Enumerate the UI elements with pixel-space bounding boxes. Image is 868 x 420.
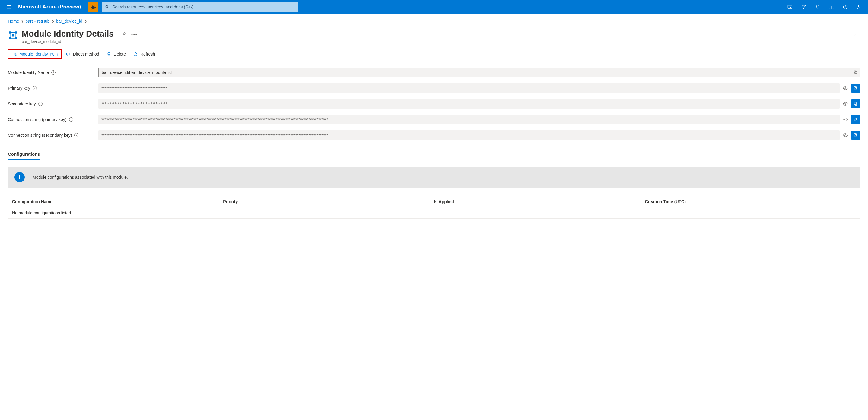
conn-primary-field[interactable]: ****************************************… [98,115,840,124]
search-icon [105,5,109,9]
module-identity-icon [8,30,18,40]
page-title: Module Identity Details [22,29,114,39]
svg-rect-22 [855,134,857,137]
svg-rect-19 [855,119,857,121]
copy-secondary-key-button[interactable] [851,99,860,108]
feedback-bug-button[interactable] [88,2,98,12]
info-icon[interactable]: i [74,133,79,137]
configurations-heading: Configurations [8,151,40,160]
bell-icon [815,4,820,10]
filter-icon [801,4,806,10]
configurations-table: Configuration Name Priority Is Applied C… [8,196,860,219]
info-icon[interactable]: i [69,117,73,122]
copy-icon [853,102,858,106]
col-is-applied[interactable]: Is Applied [434,199,645,204]
svg-point-8 [13,54,14,55]
breadcrumb: Home ❯ barsFirstHub ❯ bar_device_id ❯ [8,19,860,24]
info-icon[interactable]: i [51,71,56,75]
col-config-name[interactable]: Configuration Name [12,199,223,204]
configurations-info-banner: i Module configurations associated with … [8,167,860,188]
chevron-right-icon: ❯ [21,19,24,23]
page-scroll-area[interactable]: Home ❯ barsFirstHub ❯ bar_device_id ❯ Mo… [0,14,868,420]
eye-icon [843,101,848,107]
person-icon [857,4,862,10]
svg-rect-23 [854,134,857,136]
cloud-shell-button[interactable] [783,0,797,14]
conn-primary-value: ****************************************… [101,117,328,122]
settings-button[interactable] [825,0,838,14]
col-creation-time[interactable]: Creation Time (UTC) [645,199,856,204]
svg-point-12 [845,88,846,89]
copy-conn-primary-button[interactable] [851,115,860,124]
svg-point-3 [831,6,832,8]
primary-key-value: **************************************** [101,86,167,91]
svg-point-21 [845,135,846,136]
module-identity-twin-button[interactable]: Module Identity Twin [8,49,62,59]
close-blade-button[interactable] [852,30,860,39]
search-placeholder: Search resources, services, and docs (G+… [112,4,194,9]
notifications-button[interactable] [811,0,825,14]
svg-point-7 [15,53,16,53]
svg-rect-20 [854,118,857,120]
pin-button[interactable] [122,31,126,37]
delete-button[interactable]: Delete [103,50,129,58]
svg-point-5 [858,5,860,7]
conn-secondary-field[interactable]: ****************************************… [98,131,840,140]
directory-filter-button[interactable] [797,0,811,14]
eye-icon [843,117,848,122]
reveal-conn-secondary-button[interactable] [842,132,849,139]
breadcrumb-device[interactable]: bar_device_id [56,19,82,24]
bug-icon [90,4,96,10]
refresh-button[interactable]: Refresh [129,50,159,58]
details-form: Module Identity Name i bar_device_id/bar… [8,67,860,140]
more-button[interactable]: ••• [131,32,137,37]
svg-rect-2 [788,5,792,9]
global-search-input[interactable]: Search resources, services, and docs (G+… [102,2,298,12]
svg-rect-11 [854,71,856,73]
brand-title[interactable]: Microsoft Azure (Preview) [18,4,85,10]
copy-icon [853,86,858,91]
pin-icon [122,31,126,36]
conn-secondary-value: ****************************************… [101,133,328,138]
secondary-key-field[interactable]: **************************************** [98,99,840,109]
help-button[interactable] [838,0,852,14]
copy-icon [853,133,858,138]
breadcrumb-home[interactable]: Home [8,19,19,24]
module-identity-name-value: bar_device_id/bar_device_module_id [102,70,172,75]
reveal-secondary-key-button[interactable] [842,101,849,107]
trash-icon [106,52,111,56]
toolbar-label: Delete [114,52,126,56]
breadcrumb-hub[interactable]: barsFirstHub [25,19,50,24]
svg-point-6 [12,34,14,36]
copy-primary-key-button[interactable] [851,84,860,93]
info-icon[interactable]: i [38,102,42,106]
close-icon [854,32,858,37]
reveal-primary-key-button[interactable] [842,85,849,91]
module-identity-name-field[interactable]: bar_device_id/bar_device_module_id [98,67,860,77]
svg-rect-16 [855,103,857,105]
topbar-right-group [783,0,866,14]
direct-method-button[interactable]: Direct method [62,50,102,58]
refresh-icon [133,52,138,56]
page-subtitle: bar_device_module_id [22,39,114,44]
primary-key-field[interactable]: **************************************** [98,83,840,93]
toolbar-label: Direct method [73,52,99,56]
help-icon [843,4,848,10]
svg-point-15 [845,103,846,105]
svg-rect-13 [855,87,857,90]
col-priority[interactable]: Priority [223,199,434,204]
copy-icon [853,70,858,74]
secondary-key-value: **************************************** [101,102,167,106]
gear-icon [829,4,834,10]
top-bar: Microsoft Azure (Preview) Search resourc… [0,0,868,14]
copy-name-button[interactable] [853,70,858,75]
account-button[interactable] [852,0,866,14]
copy-conn-secondary-button[interactable] [851,131,860,140]
eye-icon [843,133,848,138]
chevron-right-icon: ❯ [52,19,54,23]
info-icon[interactable]: i [33,86,37,90]
menu-button[interactable] [2,0,16,14]
svg-rect-17 [854,102,857,105]
svg-rect-14 [854,87,857,89]
reveal-conn-primary-button[interactable] [842,116,849,123]
